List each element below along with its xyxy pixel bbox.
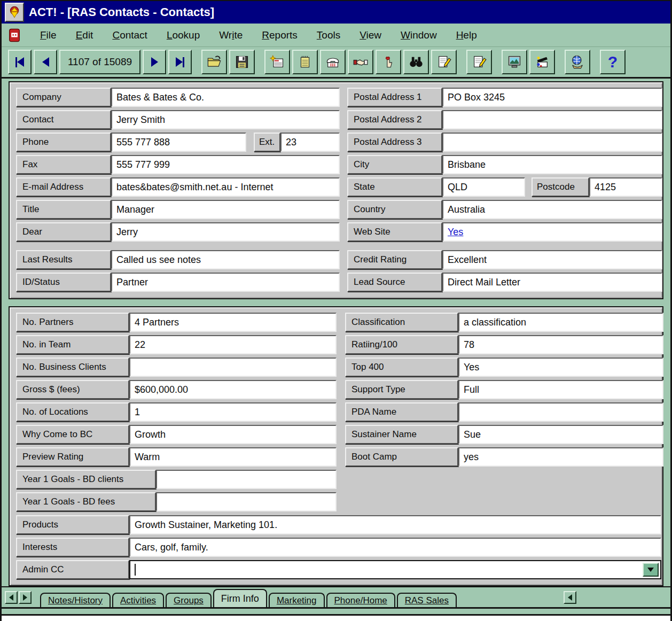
state-label[interactable]: State [347,177,442,197]
binoculars-button[interactable] [403,50,429,74]
first-record-button[interactable] [8,50,32,74]
menu-help[interactable]: Help [456,29,477,41]
previous-record-button[interactable] [34,50,57,74]
preview-rating-label[interactable]: Preview Rating [16,447,129,467]
year1-goals-bd-fees-input[interactable] [156,492,337,511]
contact-label[interactable]: Contact [16,110,111,129]
contact-input[interactable]: Jerry Smith [111,110,340,129]
classification-label[interactable]: Classification [345,313,458,332]
website-link[interactable]: Yes [448,227,463,238]
tab-phone-home[interactable]: Phone/Home [326,593,395,607]
rating-100-label[interactable]: Ratiing/100 [345,335,458,354]
no-in-team-label[interactable]: No. in Team [16,335,129,354]
last-record-button[interactable] [168,50,192,74]
support-type-label[interactable]: Support Type [345,380,458,399]
phone-label[interactable]: Phone [16,133,111,152]
handshake-button[interactable] [348,50,373,74]
no-business-clients-label[interactable]: No. Business Clients [16,358,129,377]
support-type-input[interactable]: Full [458,380,663,399]
title-label[interactable]: Title [16,200,111,219]
credit-rating-label[interactable]: Credit Rating [347,250,442,269]
postal-address-2-label[interactable]: Postal Address 2 [347,110,442,129]
last-results-label[interactable]: Last Results [16,250,111,269]
dear-input[interactable]: Jerry [111,222,340,242]
top-400-input[interactable]: Yes [458,358,663,377]
tab-activities[interactable]: Activities [112,593,164,607]
pda-name-input[interactable] [458,402,663,422]
gross-fees-input[interactable]: $600,000.00 [129,380,337,399]
next-record-button[interactable] [143,50,166,74]
interests-label[interactable]: Interests [16,538,129,557]
no-partners-input[interactable]: 4 Partners [129,313,337,332]
gross-fees-label[interactable]: Gross $ (fees) [16,380,129,399]
state-input[interactable]: QLD [442,177,525,197]
reminder-button[interactable] [376,50,401,74]
fax-label[interactable]: Fax [16,155,111,174]
products-input[interactable]: Growth Sustainer, Marketing 101. [129,515,661,534]
top-400-label[interactable]: Top 400 [345,358,458,377]
menu-lookup[interactable]: Lookup [167,29,200,41]
tab-scroll-end-button[interactable] [564,591,576,604]
no-in-team-input[interactable]: 22 [129,335,337,354]
no-business-clients-input[interactable] [129,358,337,377]
menu-edit[interactable]: Edit [76,29,93,41]
admin-cc-label[interactable]: Admin CC [16,560,129,579]
ext-input[interactable]: 23 [280,133,340,152]
interests-input[interactable]: Cars, golf, family. [129,538,661,557]
company-input[interactable]: Bates & Bates & Co. [111,88,340,107]
tab-scroll-right-button[interactable] [19,591,32,604]
products-label[interactable]: Products [16,515,129,534]
postal-address-1-label[interactable]: Postal Address 1 [347,88,442,107]
open-button[interactable] [201,50,227,74]
menu-file[interactable]: File [40,29,57,41]
last-results-input[interactable]: Called us see notes [111,250,340,269]
pda-name-label[interactable]: PDA Name [345,402,458,422]
menu-window[interactable]: Window [401,29,437,41]
email-label[interactable]: E-mail Address [16,177,111,197]
rating-100-input[interactable]: 78 [458,335,663,354]
why-come-to-bc-input[interactable]: Growth [129,425,337,444]
monitor-button[interactable] [502,50,527,74]
company-label[interactable]: Company [16,88,111,107]
globe-hand-button[interactable] [565,50,590,74]
edit-note-button[interactable] [431,50,457,74]
city-label[interactable]: City [347,155,442,174]
boot-camp-input[interactable]: yes [458,447,663,467]
id-status-input[interactable]: Partner [111,273,340,292]
fax-input[interactable]: 555 777 999 [111,155,340,174]
dear-label[interactable]: Dear [16,222,111,242]
classification-input[interactable]: a classification [458,313,663,332]
save-button[interactable] [229,50,255,74]
id-status-label[interactable]: ID/Status [16,273,111,292]
postal-address-2-input[interactable] [442,110,662,129]
no-of-locations-label[interactable]: No. of Locations [16,402,129,422]
tab-firm-info[interactable]: Firm Info [213,589,267,607]
help-button[interactable]: ? [600,50,626,74]
tab-marketing[interactable]: Marketing [269,593,325,607]
year1-goals-bd-fees-label[interactable]: Year 1 Goals - BD fees [16,492,156,511]
postcode-label[interactable]: Postcode [532,177,589,197]
city-input[interactable]: Brisbane [442,155,662,174]
notepad-button[interactable] [292,50,318,74]
tab-groups[interactable]: Groups [166,593,212,607]
sustainer-name-input[interactable]: Sue [458,425,663,444]
lead-source-label[interactable]: Lead Source [347,273,442,292]
phone-button[interactable] [320,50,346,74]
tab-ras-sales[interactable]: RAS Sales [397,593,457,607]
tab-notes-history[interactable]: Notes/History [40,593,111,607]
admin-cc-dropdown-button[interactable] [643,563,659,577]
edit-note-2-button[interactable] [466,50,492,74]
postal-address-1-input[interactable]: PO Box 3245 [442,88,662,107]
postcode-input[interactable]: 4125 [589,177,662,197]
phone-input[interactable]: 555 777 888 [111,133,246,152]
title-input[interactable]: Manager [111,200,340,219]
menu-write[interactable]: Write [219,29,243,41]
postal-address-3-label[interactable]: Postal Address 3 [347,133,442,152]
credit-rating-input[interactable]: Excellent [442,250,662,269]
postal-address-3-input[interactable] [442,133,662,152]
admin-cc-combobox[interactable] [129,560,661,579]
why-come-to-bc-label[interactable]: Why Come to BC [16,425,129,444]
menu-contact[interactable]: Contact [112,29,147,41]
new-contact-button[interactable] [264,50,290,74]
year1-goals-bd-clients-label[interactable]: Year 1 Goals - BD clients [16,470,156,489]
